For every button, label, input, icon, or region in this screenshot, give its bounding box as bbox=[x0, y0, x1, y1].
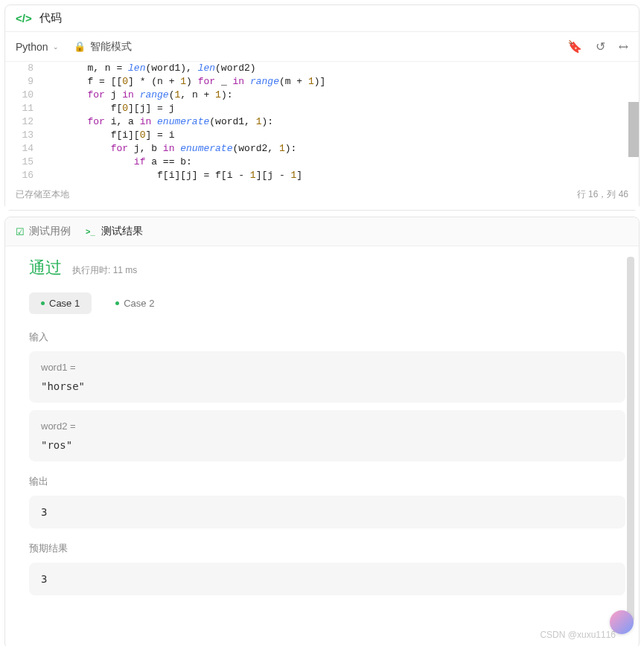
code-icon: </> bbox=[16, 12, 32, 25]
result-body: 通过 执行用时: 11 ms Case 1 Case 2 输入 word1 = … bbox=[5, 246, 639, 646]
case-2-tab[interactable]: Case 2 bbox=[103, 292, 166, 314]
checkbox-icon: ☑ bbox=[16, 226, 25, 237]
tab-result-label: 测试结果 bbox=[101, 225, 143, 238]
case-1-label: Case 1 bbox=[49, 298, 80, 309]
result-runtime: 执行用时: 11 ms bbox=[72, 264, 137, 277]
save-status: 已存储至本地 bbox=[16, 188, 69, 201]
toolbar-right: 🔖 ↺ ⤢ bbox=[567, 39, 628, 54]
line-gutter: 8910111213141516 bbox=[5, 62, 41, 181]
code-panel: </> 代码 Python ⌄ 🔒 智能模式 🔖 ↺ ⤢ 89101112131… bbox=[4, 4, 640, 211]
code-lines[interactable]: m, n = len(word1), len(word2) f = [[0] *… bbox=[41, 62, 639, 181]
assistant-fab[interactable] bbox=[610, 610, 634, 634]
input-2-value: "ros" bbox=[41, 439, 613, 451]
output-section-label: 输出 bbox=[29, 475, 625, 488]
scrollbar-thumb[interactable] bbox=[628, 102, 639, 157]
expected-value: 3 bbox=[41, 573, 613, 585]
language-selector[interactable]: Python ⌄ bbox=[16, 41, 59, 53]
input-section-label: 输入 bbox=[29, 330, 625, 344]
toolbar-left: Python ⌄ 🔒 智能模式 bbox=[16, 40, 132, 54]
smart-mode[interactable]: 🔒 智能模式 bbox=[74, 40, 132, 54]
code-title: 代码 bbox=[39, 11, 62, 25]
lock-icon: 🔒 bbox=[74, 41, 86, 52]
chevron-down-icon: ⌄ bbox=[53, 43, 59, 51]
tab-testcase[interactable]: ☑ 测试用例 bbox=[16, 225, 71, 238]
testcase-tabs: ☑ 测试用例 >_ 测试结果 bbox=[5, 217, 639, 246]
case-2-label: Case 2 bbox=[124, 298, 154, 309]
undo-icon[interactable]: ↺ bbox=[596, 39, 605, 54]
expand-icon[interactable]: ⤢ bbox=[619, 39, 628, 54]
mode-label: 智能模式 bbox=[90, 40, 132, 54]
terminal-icon: >_ bbox=[86, 227, 95, 236]
watermark: CSDN @xuxu1116 bbox=[540, 630, 616, 640]
code-editor[interactable]: 8910111213141516 m, n = len(word1), len(… bbox=[5, 62, 639, 181]
bookmark-icon[interactable]: 🔖 bbox=[567, 39, 582, 54]
status-dot-icon bbox=[115, 301, 119, 305]
expected-section-label: 预期结果 bbox=[29, 542, 625, 555]
case-tabs: Case 1 Case 2 bbox=[29, 292, 625, 314]
status-dot-icon bbox=[41, 301, 45, 305]
code-panel-header: </> 代码 bbox=[5, 5, 639, 32]
results-scrollbar[interactable] bbox=[627, 257, 634, 621]
testcase-panel: ☑ 测试用例 >_ 测试结果 通过 执行用时: 11 ms Case 1 Cas… bbox=[4, 217, 640, 646]
expected-box[interactable]: 3 bbox=[29, 563, 625, 595]
case-1-tab[interactable]: Case 1 bbox=[29, 292, 92, 314]
editor-status-bar: 已存储至本地 行 16，列 46 bbox=[5, 181, 639, 210]
input-1-key: word1 = bbox=[41, 362, 613, 373]
input-box-2[interactable]: word2 = "ros" bbox=[29, 410, 625, 461]
input-1-value: "horse" bbox=[41, 380, 613, 392]
input-2-key: word2 = bbox=[41, 420, 613, 432]
output-box[interactable]: 3 bbox=[29, 496, 625, 528]
output-value: 3 bbox=[41, 506, 613, 518]
tab-testcase-label: 测试用例 bbox=[29, 225, 71, 238]
language-label: Python bbox=[16, 41, 48, 53]
tab-result[interactable]: >_ 测试结果 bbox=[86, 225, 143, 238]
input-box-1[interactable]: word1 = "horse" bbox=[29, 351, 625, 403]
result-status: 通过 bbox=[29, 257, 62, 279]
code-toolbar: Python ⌄ 🔒 智能模式 🔖 ↺ ⤢ bbox=[5, 32, 639, 62]
cursor-position: 行 16，列 46 bbox=[577, 188, 628, 201]
result-header: 通过 执行用时: 11 ms bbox=[29, 257, 625, 279]
